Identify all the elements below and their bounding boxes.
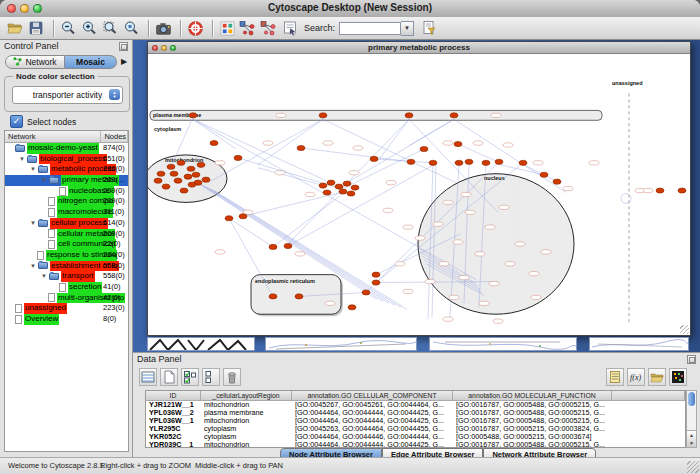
network-node[interactable] xyxy=(454,141,462,146)
tab-overflow-arrow[interactable]: ▶ xyxy=(121,57,127,66)
network-node[interactable] xyxy=(225,216,233,221)
tree-row[interactable]: ▼transport558(0) xyxy=(5,271,128,282)
network-node[interactable] xyxy=(295,294,303,299)
tree-row[interactable]: secretion41(0) xyxy=(5,282,128,293)
background-windows[interactable] xyxy=(147,337,691,352)
network-node[interactable] xyxy=(656,188,664,193)
scrollbar-arrows[interactable]: ▲▼ xyxy=(687,430,696,447)
network-edge[interactable] xyxy=(458,144,498,162)
network-node[interactable] xyxy=(339,189,347,194)
table-cell[interactable]: mitochondrion xyxy=(201,401,292,409)
tree-column-nodes[interactable]: Nodes xyxy=(101,131,128,142)
tree-row[interactable]: ▼cellular process614(0) xyxy=(5,218,128,229)
background-window-fragment[interactable] xyxy=(429,337,577,351)
network-node[interactable] xyxy=(372,280,380,285)
network-node[interactable] xyxy=(362,290,370,295)
network-node[interactable] xyxy=(553,179,561,184)
table-cell[interactable]: [GO:0044464, GO:0044444, GO:0044425, G..… xyxy=(292,409,453,417)
tree-row[interactable]: cell communicat22(0) xyxy=(5,239,128,250)
help-icon[interactable] xyxy=(186,19,204,37)
network-node[interactable] xyxy=(319,183,327,188)
table-cell[interactable]: mitochondrion xyxy=(201,441,292,448)
network-node[interactable] xyxy=(192,172,200,177)
network-node[interactable] xyxy=(429,160,437,165)
network-node[interactable] xyxy=(284,243,292,248)
tree-row[interactable]: unassigned223(0) xyxy=(5,303,128,314)
table-cell[interactable]: YJR121W__1 xyxy=(146,401,201,409)
resize-grip-icon[interactable] xyxy=(680,325,689,334)
window-resize-grip-icon[interactable] xyxy=(687,461,699,473)
table-column-header[interactable]: ID xyxy=(146,391,201,401)
tree-row[interactable]: nitrogen compo209(0) xyxy=(5,196,128,207)
scrollbar-thumb[interactable] xyxy=(688,392,695,406)
table-row[interactable]: YKR052Ccytoplasm[GO:0044464, GO:0044446,… xyxy=(146,433,685,441)
expander-icon[interactable]: ▼ xyxy=(41,271,49,282)
attribute-table[interactable]: ID_cellularLayoutRegionannotation.GO CEL… xyxy=(145,390,686,448)
notes-icon[interactable] xyxy=(606,368,624,386)
network-node[interactable] xyxy=(174,178,182,183)
table-cell[interactable]: [GO:0044464, GO:0044446, GO:0044444, G..… xyxy=(292,433,453,441)
network-edge[interactable] xyxy=(288,166,432,246)
table-cell[interactable]: cytoplasm xyxy=(201,425,292,433)
table-column-header[interactable]: annotation.GO MOLECULAR_FUNCTION xyxy=(453,391,612,401)
network-node[interactable] xyxy=(450,113,458,118)
table-cell[interactable]: [GO:0016787, GO:0005488, GO:0005215, G..… xyxy=(453,401,612,409)
function-builder-icon[interactable]: f(x) xyxy=(627,368,645,386)
network-view-window[interactable]: primary metabolic process plasma membran… xyxy=(147,41,691,336)
search-dropdown-button[interactable]: ▼ xyxy=(401,21,414,36)
node-color-dropdown[interactable]: transporter activity ▲▼ xyxy=(12,86,123,104)
expander-icon[interactable]: ▼ xyxy=(41,175,49,186)
network-node[interactable] xyxy=(351,185,359,190)
network-edge[interactable] xyxy=(378,119,409,161)
table-cell[interactable]: cytoplasm xyxy=(201,433,292,441)
network-edge[interactable] xyxy=(500,165,544,175)
network-node[interactable] xyxy=(465,159,473,164)
table-cell[interactable]: [GO:0016787, GO:0005215, GO:0003824, G..… xyxy=(453,425,612,433)
network-node[interactable] xyxy=(234,155,242,160)
network-node[interactable] xyxy=(335,184,343,189)
network-node[interactable] xyxy=(269,294,277,299)
new-network-from-selection-icon[interactable] xyxy=(239,19,257,37)
table-column-header[interactable]: _cellularLayoutRegion xyxy=(201,391,292,401)
zoom-in-icon[interactable] xyxy=(80,19,98,37)
network-node[interactable] xyxy=(495,159,503,164)
zoom-fit-icon[interactable] xyxy=(101,19,119,37)
annotation-icon[interactable] xyxy=(281,19,299,37)
network-edge[interactable] xyxy=(374,159,433,163)
network-edge[interactable] xyxy=(273,194,343,247)
table-cell[interactable]: [GO:0044464, GO:0044444, GO:0044425, G..… xyxy=(292,441,453,448)
snapshot-icon[interactable] xyxy=(154,19,172,37)
expander-icon[interactable]: ▼ xyxy=(30,218,38,229)
table-cell[interactable]: YDR039C__1 xyxy=(146,441,201,448)
unselect-all-attributes-icon[interactable] xyxy=(202,368,220,386)
network-self-loop-edge[interactable] xyxy=(621,194,631,204)
tree-row[interactable]: ▼biological_process651(0) xyxy=(5,154,128,165)
tree-row[interactable]: Overview8(0) xyxy=(5,314,128,325)
table-cell[interactable]: YLR295C xyxy=(146,425,201,433)
tree-row[interactable]: ▼primary metabo209(... xyxy=(5,175,128,186)
network-node[interactable] xyxy=(154,178,162,183)
network-node[interactable] xyxy=(347,191,355,196)
network-node[interactable] xyxy=(157,171,165,176)
tree-row[interactable]: ▼establishment of lo558(0) xyxy=(5,261,128,272)
dropdown-stepper-icon[interactable]: ▲▼ xyxy=(109,89,120,100)
network-node[interactable] xyxy=(323,190,331,195)
network-window-titlebar[interactable]: primary metabolic process xyxy=(148,42,690,54)
network-node[interactable] xyxy=(197,162,205,167)
network-node[interactable] xyxy=(170,171,178,176)
table-cell[interactable]: plasma membrane xyxy=(201,409,292,417)
save-icon[interactable] xyxy=(27,19,45,37)
network-node[interactable] xyxy=(188,182,196,187)
float-panel-icon[interactable] xyxy=(687,355,696,364)
background-window-fragment[interactable] xyxy=(589,337,689,351)
import-attributes-icon[interactable] xyxy=(648,368,666,386)
tree-column-network[interactable]: Network xyxy=(5,131,101,142)
float-panel-icon[interactable] xyxy=(119,42,128,51)
table-cell[interactable]: [GO:0016787, GO:0005488, GO:0005215, G..… xyxy=(453,417,612,425)
network-node[interactable] xyxy=(167,164,175,169)
table-cell[interactable]: [GO:0044464, GO:0044444, GO:0044425, G..… xyxy=(292,417,453,425)
tab-mosaic[interactable]: Mosaic xyxy=(65,55,117,69)
table-cell[interactable]: YPL036W__1 xyxy=(146,417,201,425)
network-node[interactable] xyxy=(187,166,195,171)
table-cell[interactable]: [GO:0005488, GO:0005215, GO:0003674] xyxy=(453,433,612,441)
